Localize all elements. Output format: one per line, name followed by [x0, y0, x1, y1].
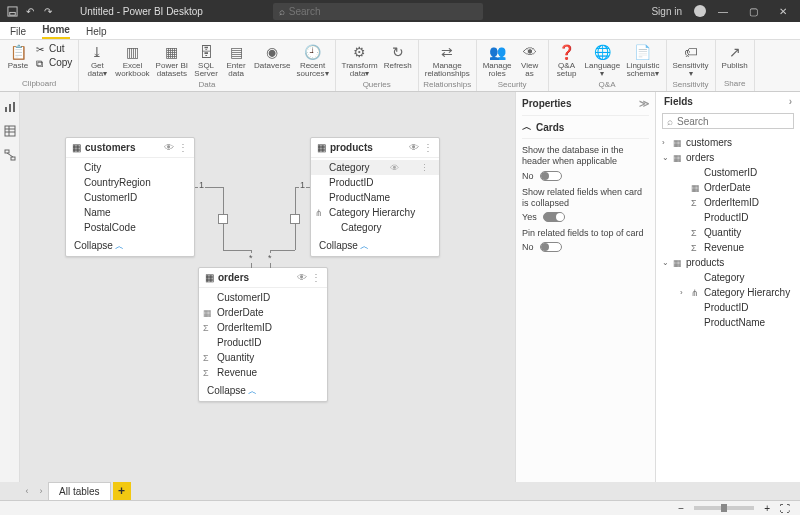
- table-card-products[interactable]: ▦products👁⋮ Category👁⋮ProductIDProductNa…: [310, 137, 440, 257]
- model-canvas[interactable]: ▦customers👁⋮ CityCountryRegionCustomerID…: [20, 92, 515, 482]
- minimize-button[interactable]: ―: [710, 0, 736, 22]
- fit-to-screen-icon[interactable]: ⛶: [780, 503, 790, 514]
- undo-icon[interactable]: ↶: [24, 5, 36, 17]
- fields-field[interactable]: ProductID: [658, 300, 798, 315]
- ribbon-refresh[interactable]: ↻Refresh: [382, 42, 414, 80]
- toggle-related-fields[interactable]: [543, 212, 565, 222]
- field-row[interactable]: City: [66, 160, 194, 175]
- ribbon-language[interactable]: 🌐Language ▾: [583, 42, 623, 80]
- table-card-customers[interactable]: ▦customers👁⋮ CityCountryRegionCustomerID…: [65, 137, 195, 257]
- field-row[interactable]: CustomerID: [199, 290, 327, 305]
- report-view-icon[interactable]: [3, 100, 17, 114]
- field-row[interactable]: Category👁⋮: [311, 160, 439, 175]
- fields-search-input[interactable]: [677, 116, 789, 127]
- zoom-slider[interactable]: [694, 506, 754, 510]
- relationship-filter-icon[interactable]: [290, 214, 300, 224]
- toggle-database-header[interactable]: [540, 171, 562, 181]
- maximize-button[interactable]: ▢: [740, 0, 766, 22]
- fields-field[interactable]: CustomerID: [658, 165, 798, 180]
- save-icon[interactable]: [6, 5, 18, 17]
- toggle-pin-fields[interactable]: [540, 242, 562, 252]
- visibility-icon[interactable]: 👁: [297, 272, 307, 283]
- fields-field[interactable]: Category: [658, 270, 798, 285]
- field-row[interactable]: ▦OrderDate: [199, 305, 327, 320]
- collapse-link[interactable]: Collapse ︿: [311, 237, 439, 256]
- redo-icon[interactable]: ↷: [42, 5, 54, 17]
- fields-field[interactable]: ProductName: [658, 315, 798, 330]
- relationship-line[interactable]: [223, 250, 251, 251]
- field-row[interactable]: CustomerID: [66, 190, 194, 205]
- tab-file[interactable]: File: [10, 24, 26, 39]
- close-button[interactable]: ✕: [770, 0, 796, 22]
- expand-pane-icon[interactable]: ›: [789, 96, 792, 107]
- ribbon-transform[interactable]: ⚙Transform data▾: [340, 42, 380, 80]
- copy-button[interactable]: ⧉Copy: [34, 56, 74, 69]
- ribbon-q-a[interactable]: ❓Q&A setup: [553, 42, 581, 80]
- fields-field[interactable]: ΣQuantity: [658, 225, 798, 240]
- fields-field[interactable]: ΣOrderItemID: [658, 195, 798, 210]
- sign-in-link[interactable]: Sign in: [651, 6, 682, 17]
- collapse-link[interactable]: Collapse ︿: [199, 382, 327, 401]
- field-row[interactable]: ΣQuantity: [199, 350, 327, 365]
- ribbon-manage[interactable]: 👥Manage roles: [481, 42, 514, 80]
- ribbon-manage[interactable]: ⇄Manage relationships: [423, 42, 472, 80]
- field-row[interactable]: ProductID: [311, 175, 439, 190]
- ribbon-sensitivity[interactable]: 🏷Sensitivity ▾: [671, 42, 711, 80]
- field-row[interactable]: ΣOrderItemID: [199, 320, 327, 335]
- ribbon-view[interactable]: 👁View as: [516, 42, 544, 80]
- add-diagram-tab[interactable]: +: [113, 482, 131, 500]
- fields-field[interactable]: ▦OrderDate: [658, 180, 798, 195]
- field-row[interactable]: Name: [66, 205, 194, 220]
- more-icon[interactable]: ⋮: [311, 272, 321, 283]
- visibility-icon[interactable]: 👁: [409, 142, 419, 153]
- fields-field[interactable]: ΣRevenue: [658, 240, 798, 255]
- fields-table-products[interactable]: ⌄▦products: [658, 255, 798, 270]
- zoom-out-button[interactable]: −: [678, 503, 684, 514]
- field-row[interactable]: ⋔Category Hierarchy: [311, 205, 439, 220]
- zoom-in-button[interactable]: +: [764, 503, 770, 514]
- field-row[interactable]: PostalCode: [66, 220, 194, 235]
- model-view-icon[interactable]: [3, 148, 17, 162]
- relationship-filter-icon[interactable]: [218, 214, 228, 224]
- cut-button[interactable]: ✂Cut: [34, 42, 74, 55]
- avatar-icon[interactable]: [694, 5, 706, 17]
- fields-table-orders[interactable]: ⌄▦orders: [658, 150, 798, 165]
- titlebar-search-input[interactable]: [289, 6, 477, 17]
- field-row[interactable]: ΣRevenue: [199, 365, 327, 380]
- ribbon-linguistic[interactable]: 📄Linguistic schema▾: [624, 42, 661, 80]
- tab-help[interactable]: Help: [86, 24, 107, 39]
- field-row[interactable]: CountryRegion: [66, 175, 194, 190]
- ribbon-excel[interactable]: ▥Excel workbook: [113, 42, 151, 80]
- ribbon-sql[interactable]: 🗄SQL Server: [192, 42, 220, 80]
- ribbon-publish[interactable]: ↗Publish: [720, 42, 750, 79]
- tab-nav-next[interactable]: ›: [34, 486, 48, 496]
- more-icon[interactable]: ⋮: [423, 142, 433, 153]
- ribbon-enter[interactable]: ▤Enter data: [222, 42, 250, 80]
- fields-field[interactable]: ProductID: [658, 210, 798, 225]
- more-icon[interactable]: ⋮: [420, 163, 429, 173]
- ribbon-get[interactable]: ⤓Get data▾: [83, 42, 111, 80]
- fields-search[interactable]: ⌕: [662, 113, 794, 129]
- diagram-tab[interactable]: All tables: [48, 482, 111, 501]
- tab-nav-prev[interactable]: ‹: [20, 486, 34, 496]
- field-row[interactable]: ProductName: [311, 190, 439, 205]
- field-row[interactable]: Category: [311, 220, 439, 235]
- ribbon-recent[interactable]: 🕘Recent sources▾: [295, 42, 331, 80]
- paste-button[interactable]: 📋Paste: [4, 42, 32, 79]
- ribbon-dataverse[interactable]: ◉Dataverse: [252, 42, 292, 80]
- tab-home[interactable]: Home: [42, 22, 70, 39]
- data-view-icon[interactable]: [3, 124, 17, 138]
- more-icon[interactable]: ⋮: [178, 142, 188, 153]
- properties-section-cards[interactable]: ︿Cards: [522, 115, 649, 139]
- collapse-link[interactable]: Collapse ︿: [66, 237, 194, 256]
- visibility-icon[interactable]: 👁: [390, 163, 399, 173]
- table-card-orders[interactable]: ▦orders👁⋮ CustomerID▦OrderDateΣOrderItem…: [198, 267, 328, 402]
- fields-table-customers[interactable]: ›▦customers: [658, 135, 798, 150]
- collapse-pane-icon[interactable]: ≫: [639, 98, 649, 109]
- ribbon-power-bi[interactable]: ▦Power BI datasets: [154, 42, 190, 80]
- relationship-line[interactable]: [270, 250, 295, 251]
- fields-hierarchy[interactable]: ›⋔Category Hierarchy: [658, 285, 798, 300]
- titlebar-search[interactable]: ⌕: [273, 3, 483, 20]
- visibility-icon[interactable]: 👁: [164, 142, 174, 153]
- field-row[interactable]: ProductID: [199, 335, 327, 350]
